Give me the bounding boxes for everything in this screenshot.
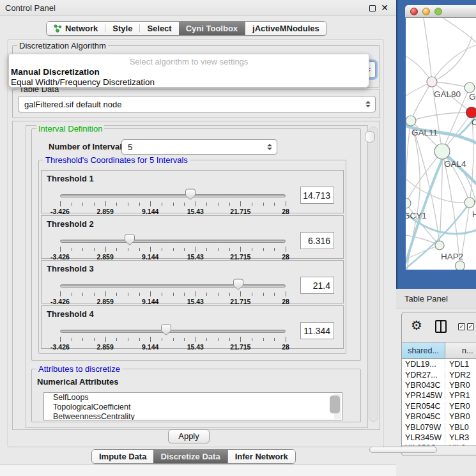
checkbox-icon[interactable]: ✓	[467, 323, 474, 330]
cell-shared-name: YLR345W	[402, 433, 445, 442]
column-header-name[interactable]: n...	[445, 342, 476, 359]
gear-icon[interactable]: ⚙	[411, 318, 422, 333]
number-of-intervals-spinner[interactable]: 5	[121, 139, 277, 155]
threshold-slider[interactable]: -3.4262.8599.14415.4321.71528	[60, 278, 286, 303]
threshold-slider[interactable]: -3.4262.8599.14415.4321.71528	[60, 323, 286, 349]
network-node-gal11[interactable]	[406, 116, 416, 126]
network-edge[interactable]	[406, 179, 470, 203]
checkbox-icon[interactable]: ✓	[458, 323, 465, 330]
network-edge[interactable]	[411, 82, 432, 121]
list-scrollbar[interactable]	[334, 394, 341, 419]
close-traffic-light-icon[interactable]	[410, 8, 418, 15]
attribute-list-item[interactable]: BetweennessCentrality	[44, 412, 342, 420]
zoom-traffic-light-icon[interactable]	[434, 8, 442, 15]
network-view-window[interactable]: GAL80GACGAL11GAL4GCY1HHAP2	[396, 0, 476, 289]
split-columns-icon[interactable]	[435, 320, 447, 333]
slider-tick-label: 2.859	[96, 298, 113, 305]
tab-infer-network[interactable]: Infer Network	[227, 450, 295, 463]
slider-tick-label: 9.144	[142, 253, 158, 261]
cell-name: YDL1	[445, 360, 476, 369]
table-data-combobox[interactable]: galFiltered.sif default node	[18, 96, 376, 112]
table-row[interactable]: YER054CYER0	[402, 401, 476, 411]
network-edge[interactable]	[406, 151, 442, 203]
table-row[interactable]: YLR345WYLR3	[402, 433, 476, 443]
cell-shared-name: YBL079W	[402, 423, 445, 432]
tab-impute-data[interactable]: Impute Data	[92, 450, 153, 463]
threshold-value-field[interactable]: 21.4	[300, 277, 334, 294]
algorithm-group-title: Discretization Algorithm	[17, 41, 108, 50]
slider-track	[60, 284, 286, 288]
attribute-list-item[interactable]: SelfLoops	[44, 393, 342, 403]
network-node-c[interactable]	[466, 107, 476, 118]
tab-label: Infer Network	[235, 452, 288, 461]
threshold-value-field[interactable]: 14.713	[300, 187, 334, 204]
tab-cyni-toolbox[interactable]: Cyni Toolbox	[179, 22, 245, 35]
threshold-slider[interactable]: -3.4262.8599.14415.4321.71528	[60, 233, 286, 259]
cell-name: YER0	[445, 402, 476, 411]
network-node-gal80[interactable]	[427, 77, 437, 87]
control-panel-titlebar: Control Panel ✕	[0, 0, 396, 16]
cell-name: YBL0	[445, 423, 476, 432]
table-data-group: Table Data galFiltered.sif default node	[12, 89, 380, 118]
cell-name: YLR3	[445, 433, 476, 442]
dropdown-option-equal-width[interactable]: Equal Width/Frequency Discretization	[11, 77, 155, 87]
network-canvas[interactable]: GAL80GACGAL11GAL4GCY1HHAP2	[406, 18, 476, 270]
dropdown-option-manual[interactable]: Manual Discretization	[11, 67, 100, 77]
attribute-list-item[interactable]: TopologicalCoefficient	[44, 403, 342, 412]
network-node-h[interactable]	[464, 197, 475, 208]
table-row[interactable]: YBR043CYBR0	[402, 380, 476, 390]
number-of-intervals-label: Number of Intervals	[49, 142, 127, 151]
network-node-ga[interactable]	[464, 82, 475, 93]
threshold-value-field[interactable]: 6.316	[300, 232, 334, 249]
tab-jactivemnodules[interactable]: jActiveMNodules	[245, 22, 326, 35]
network-node-label: HAP2	[441, 252, 463, 261]
cell-shared-name: YER054C	[402, 402, 445, 411]
cell-shared-name: YDL19...	[402, 360, 445, 369]
screen: Control Panel ✕ NetworkStyleSelectCyni T…	[0, 0, 476, 476]
tab-network[interactable]: Network	[47, 22, 105, 35]
network-graph: GAL80GACGAL11GAL4GCY1HHAP2	[406, 18, 476, 270]
table-row[interactable]: YDR27...YDR2	[402, 369, 476, 380]
threshold-value-field[interactable]: 11.344	[300, 322, 334, 339]
network-node-gcy1[interactable]	[406, 198, 411, 208]
algorithm-dropdown-popup: Select algorithm to view settings Manual…	[8, 54, 369, 88]
table-row[interactable]: YBR045CYBR0	[402, 411, 476, 422]
thresholds-group-title: Threshold's Coordinates for 5 Intervals	[43, 155, 190, 165]
slider-tick-label: 28	[282, 208, 289, 215]
tab-label: Select	[147, 24, 171, 33]
network-edge[interactable]	[411, 112, 472, 121]
minimize-traffic-light-icon[interactable]	[422, 8, 430, 15]
attributes-group-title: Attributes to discretize	[36, 364, 122, 374]
network-node-gal4[interactable]	[434, 144, 450, 159]
column-header-shared-name[interactable]: shared...	[402, 342, 445, 359]
threshold-slider[interactable]: -3.4262.8599.14415.4321.71528	[60, 188, 286, 213]
apply-button[interactable]: Apply	[168, 429, 210, 443]
network-node-label: GAL80	[434, 89, 461, 99]
tab-discretize-data[interactable]: Discretize Data	[153, 450, 227, 463]
table-row[interactable]: YPR145WYPR1	[402, 390, 476, 401]
network-node[interactable]	[456, 261, 465, 270]
float-window-icon[interactable]	[369, 5, 376, 12]
network-edge[interactable]	[406, 121, 411, 203]
bottom-tab-bar: Impute DataDiscretize DataInfer Network	[91, 449, 296, 464]
tab-style[interactable]: Style	[105, 22, 139, 35]
tab-label: Network	[65, 24, 98, 33]
settings-vertical-scrollbar[interactable]	[369, 127, 378, 422]
close-icon[interactable]: ✕	[381, 3, 388, 13]
table-row[interactable]: YBL079WYBL0	[402, 422, 476, 432]
tab-select[interactable]: Select	[140, 22, 178, 35]
numerical-attributes-list[interactable]: SelfLoopsTopologicalCoefficientBetweenne…	[43, 392, 342, 420]
network-node-hap2[interactable]	[435, 241, 444, 250]
threshold-label: Threshold 2	[47, 219, 94, 229]
network-edge[interactable]	[432, 82, 470, 88]
attributes-group: Attributes to discretize Numerical Attri…	[31, 369, 361, 422]
slider-thumb[interactable]	[185, 188, 196, 200]
dropdown-placeholder[interactable]: Select algorithm to view settings	[9, 57, 369, 66]
table-row[interactable]: YDL19...YDL1	[402, 359, 476, 369]
slider-thumb[interactable]	[233, 279, 243, 290]
table-horizontal-scrollbar[interactable]	[402, 445, 476, 454]
slider-thumb[interactable]	[125, 234, 135, 245]
table-panel-header: Table Panel	[396, 289, 476, 309]
network-edge[interactable]	[432, 45, 476, 82]
slider-thumb[interactable]	[161, 324, 171, 335]
